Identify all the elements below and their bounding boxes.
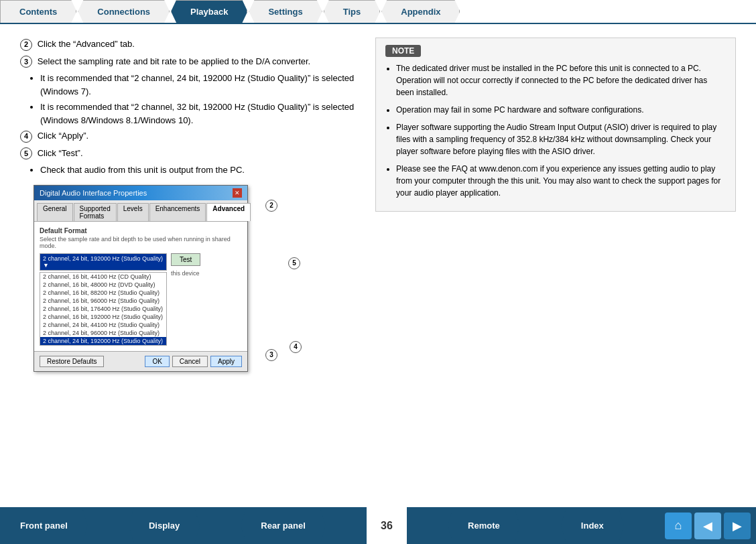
forward-icon-button[interactable]: ▶ bbox=[724, 513, 751, 539]
bullet-2: It is recommended that “2 channel, 32 bi… bbox=[40, 100, 355, 127]
list-item[interactable]: 2 channel, 16 bit, 176400 Hz (Studio Qua… bbox=[40, 305, 166, 313]
cancel-button[interactable]: Cancel bbox=[172, 356, 208, 367]
tab-tips[interactable]: Tips bbox=[324, 0, 381, 23]
bottom-navigation: Front panel Display Rear panel 36 Remote… bbox=[0, 507, 756, 544]
front-panel-button[interactable]: Front panel bbox=[0, 507, 88, 544]
remote-button[interactable]: Remote bbox=[448, 507, 520, 544]
dialog-format-label: Default Format bbox=[40, 227, 242, 234]
list-item[interactable]: 2 channel, 24 bit, 96000 Hz (Studio Qual… bbox=[40, 329, 166, 337]
step-4: 4 Click “Apply”. bbox=[20, 129, 355, 143]
step-3: 3 Select the sampling rate and bit rate … bbox=[20, 55, 355, 68]
list-item[interactable]: 2 channel, 16 bit, 44100 Hz (CD Quality) bbox=[40, 273, 166, 281]
note-item-3: Player software supporting the Audio Str… bbox=[396, 121, 726, 157]
step-3-circle: 3 bbox=[20, 56, 32, 68]
list-item[interactable]: 2 channel, 16 bit, 192000 Hz (Studio Qua… bbox=[40, 313, 166, 321]
dialog-tab-levels[interactable]: Levels bbox=[117, 203, 149, 221]
note-item-4: Please see the FAQ at www.denon.com if y… bbox=[396, 163, 726, 199]
tab-appendix[interactable]: Appendix bbox=[381, 0, 460, 23]
dialog-tab-enhancements[interactable]: Enhancements bbox=[149, 203, 206, 221]
note-item-2: Operation may fail in some PC hardware a… bbox=[396, 104, 726, 116]
dialog-close-button[interactable]: ✕ bbox=[233, 188, 242, 198]
bullet-1: It is recommended that “2 channel, 24 bi… bbox=[40, 72, 355, 98]
navigation-icons: ⌂ ◀ ▶ bbox=[665, 513, 756, 539]
dialog-box: Digital Audio Interface Properties ✕ Gen… bbox=[34, 185, 248, 372]
index-button[interactable]: Index bbox=[561, 507, 624, 544]
display-button[interactable]: Display bbox=[129, 507, 200, 544]
dialog-tab-advanced[interactable]: Advanced bbox=[206, 203, 251, 221]
list-item[interactable]: 2 channel, 24 bit, 44100 Hz (Studio Qual… bbox=[40, 321, 166, 329]
rear-panel-button[interactable]: Rear panel bbox=[241, 507, 325, 544]
main-content: 2 Click the “Advanced” tab. 3 Select the… bbox=[0, 24, 756, 504]
dialog-titlebar: Digital Audio Interface Properties ✕ bbox=[34, 186, 247, 200]
note-item-1: The dedicated driver must be installed i… bbox=[396, 62, 726, 98]
apply-button[interactable]: Apply bbox=[210, 356, 242, 367]
right-panel: NOTE The dedicated driver must be instal… bbox=[375, 38, 736, 497]
step-4-circle: 4 bbox=[20, 131, 32, 143]
tab-connections[interactable]: Connections bbox=[78, 0, 170, 23]
back-icon-button[interactable]: ◀ bbox=[694, 513, 721, 539]
note-box: NOTE The dedicated driver must be instal… bbox=[375, 38, 736, 212]
dialog-tab-general[interactable]: General bbox=[37, 203, 73, 221]
page-number: 36 bbox=[367, 507, 407, 544]
annot-2: 2 bbox=[265, 200, 277, 212]
list-item[interactable]: 2 channel, 16 bit, 88200 Hz (Studio Qual… bbox=[40, 289, 166, 297]
dialog-list: 2 channel, 16 bit, 44100 Hz (CD Quality)… bbox=[40, 272, 167, 346]
note-list: The dedicated driver must be installed i… bbox=[385, 62, 726, 199]
list-item-selected[interactable]: 2 channel, 24 bit, 192000 Hz (Studio Qua… bbox=[40, 337, 166, 345]
restore-defaults-button[interactable]: Restore Defaults bbox=[40, 356, 104, 367]
step-5: 5 Click “Test”. bbox=[20, 147, 355, 160]
tab-playback[interactable]: Playback bbox=[171, 0, 247, 23]
annot-3: 3 bbox=[265, 349, 277, 361]
step-3-bullets: It is recommended that “2 channel, 24 bi… bbox=[40, 72, 355, 127]
dialog-body: Default Format Select the sample rate an… bbox=[34, 222, 247, 351]
list-item[interactable]: 2 channel, 16 bit, 96000 Hz (Studio Qual… bbox=[40, 297, 166, 305]
dialog-tab-formats[interactable]: Supported Formats bbox=[74, 203, 117, 221]
dialog-tabs: General Supported Formats Levels Enhance… bbox=[34, 200, 247, 222]
test-button[interactable]: Test bbox=[171, 253, 200, 266]
list-item[interactable]: 2 channel, 16 bit, 48000 Hz (DVD Quality… bbox=[40, 281, 166, 289]
step-5-circle: 5 bbox=[20, 147, 32, 159]
dialog-sublabel: Select the sample rate and bit depth to … bbox=[40, 236, 242, 249]
step-2-circle: 2 bbox=[20, 39, 32, 51]
tab-settings[interactable]: Settings bbox=[249, 0, 322, 23]
annot-5: 5 bbox=[288, 257, 300, 269]
top-navigation: Contents Connections Playback Settings T… bbox=[0, 0, 756, 24]
step-2: 2 Click the “Advanced” tab. bbox=[20, 38, 355, 51]
dialog-dropdown[interactable]: 2 channel, 24 bit, 192000 Hz (Studio Qua… bbox=[40, 253, 167, 271]
annot-4: 4 bbox=[290, 341, 302, 353]
left-panel: 2 Click the “Advanced” tab. 3 Select the… bbox=[20, 38, 355, 497]
bullet-3: Check that audio from this unit is outpu… bbox=[40, 163, 355, 177]
ok-button[interactable]: OK bbox=[145, 356, 169, 367]
tab-contents[interactable]: Contents bbox=[0, 0, 76, 23]
dialog-screenshot: Digital Audio Interface Properties ✕ Gen… bbox=[34, 185, 261, 372]
home-icon-button[interactable]: ⌂ bbox=[665, 513, 692, 539]
dialog-title: Digital Audio Interface Properties bbox=[40, 189, 147, 197]
dialog-footer: Restore Defaults OK Cancel Apply bbox=[34, 351, 247, 371]
step-5-bullets: Check that audio from this unit is outpu… bbox=[40, 163, 355, 177]
note-label: NOTE bbox=[385, 45, 421, 57]
